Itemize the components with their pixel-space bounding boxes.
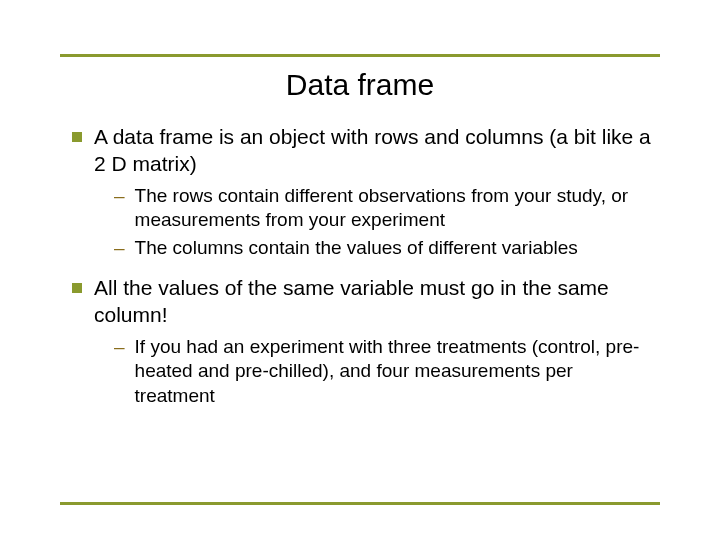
sub-text: The columns contain the values of differ… [135,236,578,261]
dash-icon: – [114,335,125,360]
sub-item: – If you had an experiment with three tr… [114,335,655,409]
bullet-item: A data frame is an object with rows and … [72,124,655,178]
bullet-item: All the values of the same variable must… [72,275,655,329]
bottom-rule [60,502,660,505]
sub-item: – The rows contain different observation… [114,184,655,233]
dash-icon: – [114,236,125,261]
sub-list: – The rows contain different observation… [114,184,655,261]
sub-item: – The columns contain the values of diff… [114,236,655,261]
slide-content: A data frame is an object with rows and … [72,124,655,423]
bullet-text: A data frame is an object with rows and … [94,124,655,178]
sub-text: The rows contain different observations … [135,184,655,233]
slide-title: Data frame [0,68,720,102]
square-bullet-icon [72,283,82,293]
sub-list: – If you had an experiment with three tr… [114,335,655,409]
bullet-text: All the values of the same variable must… [94,275,655,329]
top-rule [60,54,660,57]
square-bullet-icon [72,132,82,142]
sub-text: If you had an experiment with three trea… [135,335,655,409]
dash-icon: – [114,184,125,209]
